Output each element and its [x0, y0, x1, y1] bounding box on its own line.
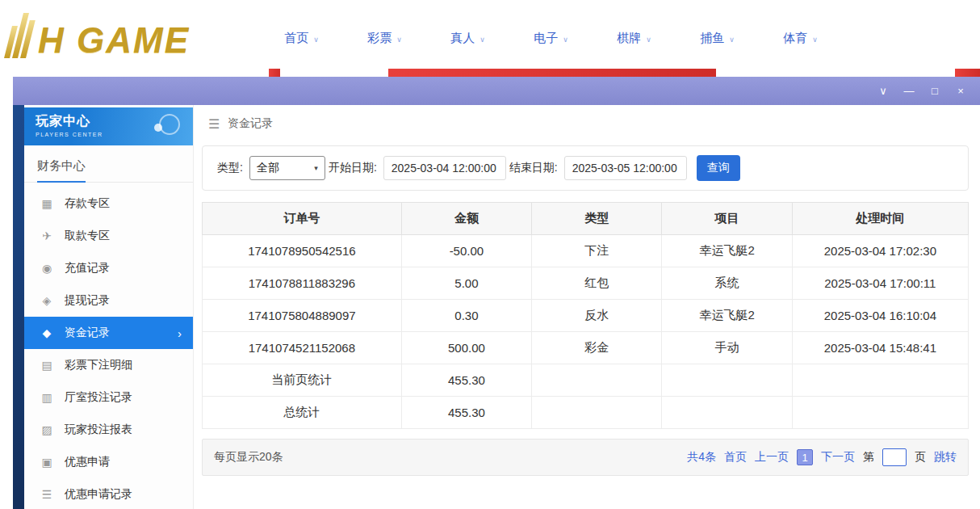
sidebar-item-promo-apply[interactable]: ▣ 优惠申请	[24, 446, 193, 478]
nav-item-sports[interactable]: 体育 ∨	[759, 31, 842, 46]
end-date-label: 结束日期:	[509, 161, 558, 175]
start-date-input[interactable]	[383, 156, 506, 180]
cell-time: 2025-03-04 17:02:30	[792, 235, 968, 267]
cell-item: 手动	[662, 332, 792, 364]
nav-label: 捕鱼	[700, 31, 724, 46]
table-row: 1741074521152068 500.00 彩金 手动 2025-03-04…	[203, 332, 969, 364]
nav-item-live[interactable]: 真人 ∨	[426, 31, 509, 46]
window-body: 玩家中心 PLAYERS CENTER 财务中心 ▦ 存款专区 ✈ 取款专区 ◉…	[13, 105, 980, 509]
minimize-icon[interactable]: —	[896, 85, 922, 97]
first-page-link[interactable]: 首页	[724, 450, 747, 465]
sidebar-item-hall-bet-record[interactable]: ▥ 厅室投注记录	[24, 381, 193, 414]
site-logo: H GAME	[10, 13, 190, 58]
current-page-badge[interactable]: 1	[797, 449, 813, 465]
chevron-down-icon: ∨	[812, 36, 818, 44]
cell-type: 红包	[532, 267, 662, 300]
sidebar-item-deposit-zone[interactable]: ▦ 存款专区	[24, 187, 193, 220]
nav-label: 棋牌	[617, 31, 641, 46]
sidebar-item-recharge-record[interactable]: ◉ 充值记录	[24, 252, 193, 284]
nav-label: 体育	[783, 31, 807, 46]
sidebar-item-promo-apply-record[interactable]: ☰ 优惠申请记录	[24, 478, 193, 509]
type-select[interactable]: 全部 ▾	[249, 156, 325, 180]
end-date-input[interactable]	[564, 156, 687, 180]
sidebar-item-lottery-bet-detail[interactable]: ▤ 彩票下注明细	[24, 349, 193, 381]
jump-suffix-label: 页	[915, 450, 926, 465]
maximize-icon[interactable]: □	[922, 85, 948, 97]
cell-order-id: 总统计	[203, 397, 402, 429]
cell-order-id: 1741075804889097	[203, 300, 402, 332]
bet-report-icon: ▨	[40, 423, 53, 436]
nav-item-slots[interactable]: 电子 ∨	[509, 31, 593, 46]
site-header: H GAME 首页 ∨ 彩票 ∨ 真人 ∨ 电子 ∨ 棋牌 ∨ 捕鱼 ∨ 体育 …	[0, 0, 980, 77]
withdrawal-record-icon: ◈	[40, 294, 53, 307]
sidebar-item-withdraw-zone[interactable]: ✈ 取款专区	[24, 220, 193, 252]
cell-item: 系统	[662, 267, 792, 300]
cell-amount: 455.30	[401, 397, 531, 429]
chevron-down-icon: ∨	[729, 36, 735, 44]
cell-time	[792, 397, 968, 429]
sidebar-menu: ▦ 存款专区 ✈ 取款专区 ◉ 充值记录 ◈ 提现记录 ◆ 资金记录 › ▤	[24, 187, 193, 509]
chevron-down-icon: ∨	[646, 36, 651, 44]
table-row-total-summary: 总统计 455.30	[203, 397, 969, 429]
chevron-down-icon: ∨	[480, 36, 485, 44]
sidebar-header: 玩家中心 PLAYERS CENTER	[24, 107, 193, 145]
page-title: 资金记录	[228, 116, 273, 131]
sidebar-item-funds-record[interactable]: ◆ 资金记录 ›	[24, 317, 193, 349]
cell-time: 2025-03-04 15:48:41	[792, 332, 968, 364]
funds-record-icon: ◆	[40, 326, 53, 339]
pagination: 共4条 首页 上一页 1 下一页 第 页 跳转	[687, 448, 957, 466]
cell-type: 反水	[532, 300, 662, 332]
window-controls: ∨ — □ ×	[870, 77, 974, 105]
query-button[interactable]: 查询	[697, 155, 740, 181]
chevron-down-icon: ∨	[396, 36, 402, 44]
cell-item: 幸运飞艇2	[662, 235, 792, 267]
sidebar-item-player-bet-report[interactable]: ▨ 玩家投注报表	[24, 414, 193, 446]
nav-label: 彩票	[367, 31, 392, 46]
sidebar-item-label: 厅室投注记录	[65, 390, 132, 405]
cell-order-id: 1741078811883296	[203, 267, 402, 300]
nav-label: 电子	[534, 31, 558, 46]
filter-panel: 类型: 全部 ▾ 开始日期: 结束日期: 查询	[202, 145, 969, 191]
start-date-label: 开始日期:	[329, 161, 377, 175]
banner-fragment	[388, 69, 716, 77]
chevron-down-icon: ∨	[563, 36, 568, 44]
nav-item-lottery[interactable]: 彩票 ∨	[343, 31, 426, 46]
cell-amount: 500.00	[401, 332, 531, 364]
close-icon[interactable]: ×	[948, 85, 974, 97]
cell-amount: 0.30	[401, 300, 531, 332]
prev-page-link[interactable]: 上一页	[755, 450, 789, 465]
sidebar-item-label: 优惠申请	[65, 455, 110, 469]
window-left-strip	[13, 105, 24, 509]
jump-page-input[interactable]	[882, 448, 907, 466]
banner-fragment	[269, 69, 280, 77]
jump-prefix-label: 第	[863, 450, 874, 465]
nav-item-cards[interactable]: 棋牌 ∨	[593, 31, 676, 46]
cell-item: 幸运飞艇2	[662, 300, 792, 332]
table-row: 1741075804889097 0.30 反水 幸运飞艇2 2025-03-0…	[203, 300, 969, 332]
banner-fragment	[955, 69, 980, 77]
column-header: 订单号	[203, 203, 402, 235]
chevron-right-icon: ›	[178, 326, 182, 340]
sidebar-item-label: 彩票下注明细	[65, 358, 132, 372]
collapse-icon[interactable]: ∨	[870, 85, 896, 97]
lottery-bet-icon: ▤	[40, 359, 53, 372]
sidebar-item-label: 优惠申请记录	[65, 487, 132, 502]
cell-type: 彩金	[532, 332, 662, 364]
nav-item-fishing[interactable]: 捕鱼 ∨	[676, 31, 759, 46]
next-page-link[interactable]: 下一页	[821, 450, 855, 465]
cell-type: 下注	[532, 235, 662, 267]
jump-button[interactable]: 跳转	[934, 450, 957, 465]
table-row: 1741078811883296 5.00 红包 系统 2025-03-04 1…	[203, 267, 969, 300]
cell-time: 2025-03-04 16:10:04	[792, 300, 968, 332]
sidebar: 玩家中心 PLAYERS CENTER 财务中心 ▦ 存款专区 ✈ 取款专区 ◉…	[24, 105, 194, 509]
deposit-icon: ▦	[40, 197, 53, 210]
chevron-down-icon: ▾	[314, 164, 318, 172]
nav-item-home[interactable]: 首页 ∨	[260, 31, 343, 46]
main-nav: 首页 ∨ 彩票 ∨ 真人 ∨ 电子 ∨ 棋牌 ∨ 捕鱼 ∨ 体育 ∨	[260, 31, 842, 46]
cell-amount: -50.00	[401, 235, 531, 267]
sidebar-item-withdrawal-record[interactable]: ◈ 提现记录	[24, 284, 193, 317]
withdraw-icon: ✈	[40, 229, 53, 242]
menu-toggle-icon[interactable]: ☰	[208, 116, 220, 132]
cell-time: 2025-03-04 17:00:11	[792, 267, 968, 300]
column-header: 项目	[662, 203, 792, 235]
